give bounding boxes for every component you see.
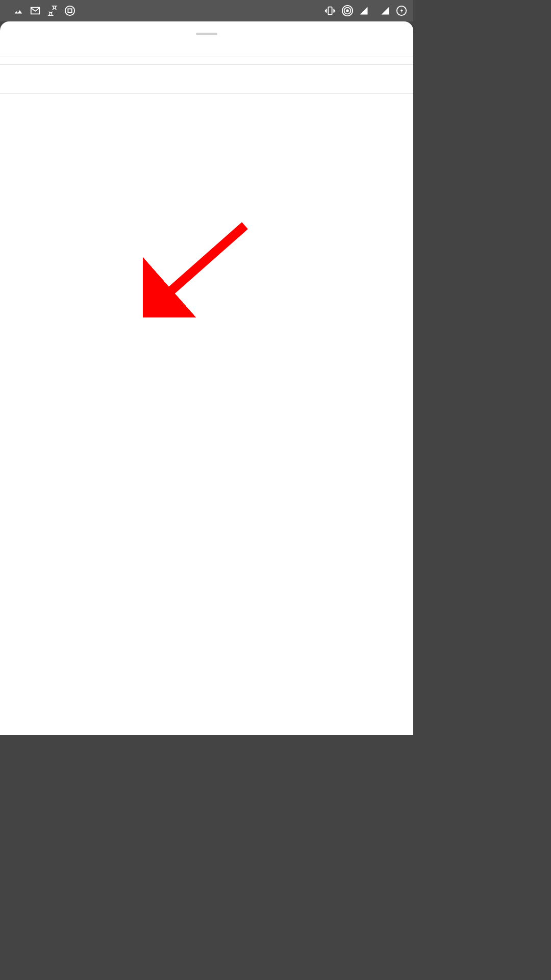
contacts-row-partial xyxy=(0,57,413,65)
pinwheel-icon xyxy=(47,5,58,16)
signal-icon-2 xyxy=(381,6,390,15)
svg-rect-2 xyxy=(328,7,332,15)
status-bar xyxy=(0,0,413,21)
photos-icon xyxy=(12,5,23,16)
svg-rect-1 xyxy=(68,9,71,12)
mail-icon xyxy=(30,5,41,16)
signal-icon xyxy=(359,6,368,15)
share-sheet xyxy=(0,21,413,735)
suggested-apps-row xyxy=(0,65,413,93)
svg-point-3 xyxy=(346,9,349,12)
svg-line-7 xyxy=(158,226,245,302)
annotation-arrow-icon xyxy=(143,215,255,317)
svg-point-0 xyxy=(65,6,74,15)
vibrate-icon xyxy=(324,5,336,16)
screenshot-icon xyxy=(64,5,76,16)
divider xyxy=(0,93,413,94)
battery-icon xyxy=(396,5,407,16)
drag-handle[interactable] xyxy=(196,33,217,35)
hotspot-icon xyxy=(342,5,353,16)
